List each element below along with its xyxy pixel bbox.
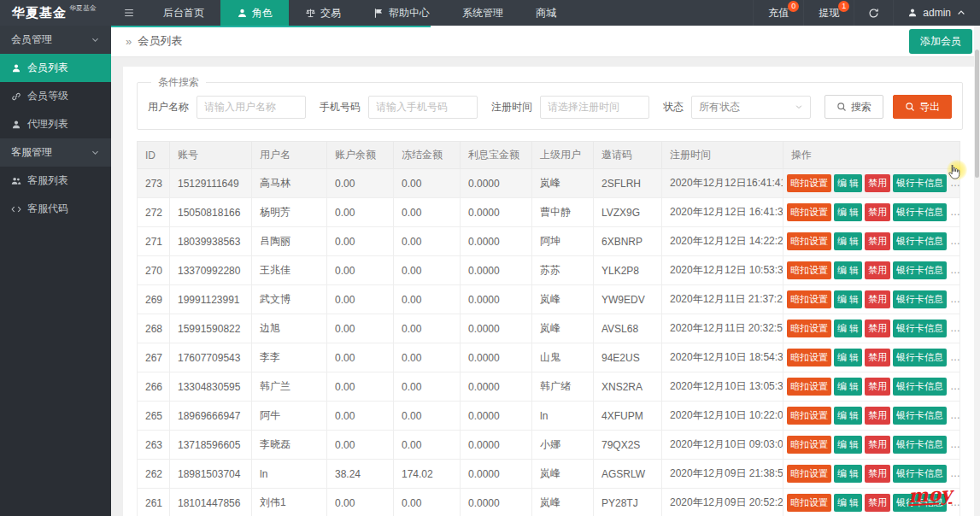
add-member-button[interactable]: 添加会员	[909, 29, 972, 54]
search-button[interactable]: 搜索	[824, 95, 883, 119]
top-nav-system-management[interactable]: 系统管理	[446, 0, 519, 26]
export-button-label: 导出	[919, 100, 940, 114]
disable-button[interactable]: 禁用	[865, 378, 890, 396]
bank-card-button[interactable]: 银行卡信息	[893, 320, 947, 337]
search-field-reg-time: 注册时间	[491, 96, 649, 119]
hidden-deduct-button[interactable]: 暗扣设置	[787, 465, 831, 483]
disable-button[interactable]: 禁用	[865, 436, 890, 454]
bank-card-button[interactable]: 银行卡信息	[893, 261, 947, 279]
bank-card-button[interactable]: 银行卡信息	[893, 174, 947, 192]
bank-card-button[interactable]: 银行卡信息	[893, 436, 947, 454]
cell-balance: 0.00	[327, 198, 394, 227]
bank-card-button[interactable]: 银行卡信息	[893, 465, 947, 483]
disable-button[interactable]: 禁用	[865, 407, 890, 425]
cell-lixibao: 0.0000	[461, 372, 532, 402]
disable-button[interactable]: 禁用	[865, 320, 890, 337]
disable-button[interactable]: 禁用	[865, 290, 890, 308]
more-actions-button[interactable]: …	[950, 467, 959, 479]
hidden-deduct-button[interactable]: 暗扣设置	[787, 232, 831, 250]
edit-button[interactable]: 编 辑	[834, 174, 862, 192]
more-actions-button[interactable]: …	[950, 351, 959, 363]
edit-button[interactable]: 编 辑	[834, 290, 862, 308]
bank-card-button[interactable]: 银行卡信息	[893, 349, 947, 366]
hidden-deduct-button[interactable]: 暗扣设置	[787, 494, 831, 512]
bank-card-button[interactable]: 银行卡信息	[893, 203, 947, 221]
username-input[interactable]	[197, 96, 306, 119]
sidebar-group-service-management[interactable]: 客服管理	[0, 138, 111, 167]
top-nav-role[interactable]: 角色	[220, 0, 289, 26]
top-nav-help-center[interactable]: 帮助中心	[357, 0, 446, 26]
cell-actions: 暗扣设置编 辑禁用银行卡信息…	[783, 227, 960, 256]
vertical-scrollbar[interactable]	[974, 26, 980, 516]
hidden-deduct-button[interactable]: 暗扣设置	[787, 290, 831, 308]
more-actions-button[interactable]: …	[950, 438, 959, 450]
edit-button[interactable]: 编 辑	[834, 349, 862, 366]
hamburger-menu-icon[interactable]	[111, 0, 147, 26]
more-actions-button[interactable]: …	[950, 322, 959, 334]
cell-id: 273	[138, 169, 170, 198]
more-actions-button[interactable]: …	[950, 409, 959, 421]
more-actions-button[interactable]: …	[950, 293, 959, 305]
disable-button[interactable]: 禁用	[865, 349, 890, 366]
user-menu[interactable]: admin	[893, 0, 980, 26]
cell-actions: 暗扣设置编 辑禁用银行卡信息…	[783, 169, 960, 198]
top-nav-mall[interactable]: 商城	[519, 0, 572, 26]
sidebar-item-member-list[interactable]: 会员列表	[0, 54, 111, 82]
cell-parent: 山鬼	[532, 343, 594, 372]
more-actions-button[interactable]: …	[950, 264, 959, 276]
more-actions-button[interactable]: …	[950, 235, 959, 247]
export-button[interactable]: 导出	[893, 95, 952, 119]
hidden-deduct-button[interactable]: 暗扣设置	[787, 320, 831, 337]
recharge-button[interactable]: 充值0	[753, 0, 803, 26]
user-icon	[907, 8, 918, 18]
sidebar-item-service-list[interactable]: 客服列表	[0, 167, 111, 195]
edit-button[interactable]: 编 辑	[834, 261, 862, 279]
edit-button[interactable]: 编 辑	[834, 320, 862, 337]
phone-input[interactable]	[368, 96, 478, 119]
disable-button[interactable]: 禁用	[865, 232, 890, 250]
reg-time-input[interactable]	[540, 96, 649, 119]
hidden-deduct-button[interactable]: 暗扣设置	[787, 203, 831, 221]
edit-button[interactable]: 编 辑	[834, 465, 862, 483]
edit-button[interactable]: 编 辑	[834, 203, 862, 221]
hidden-deduct-button[interactable]: 暗扣设置	[787, 378, 831, 396]
edit-button[interactable]: 编 辑	[834, 494, 862, 512]
bank-card-button[interactable]: 银行卡信息	[893, 407, 947, 425]
cell-account: 15050818166	[170, 198, 252, 227]
disable-button[interactable]: 禁用	[865, 261, 890, 279]
cell-balance: 0.00	[327, 489, 394, 516]
top-nav-home[interactable]: 后台首页	[147, 0, 220, 26]
sidebar-item-agent-list[interactable]: 代理列表	[0, 110, 111, 138]
sidebar-item-member-level[interactable]: 会员等级	[0, 82, 111, 110]
table-row: 26919991123991武文博0.000.000.0000岚峰YW9EDV2…	[138, 285, 960, 314]
cell-lixibao: 0.0000	[461, 169, 532, 198]
edit-button[interactable]: 编 辑	[834, 378, 862, 396]
bank-card-button[interactable]: 银行卡信息	[893, 290, 947, 308]
hidden-deduct-button[interactable]: 暗扣设置	[787, 349, 831, 366]
sidebar-group-member-management[interactable]: 会员管理	[0, 26, 111, 54]
hidden-deduct-button[interactable]: 暗扣设置	[787, 174, 831, 192]
bank-card-button[interactable]: 银行卡信息	[893, 232, 947, 250]
edit-button[interactable]: 编 辑	[834, 232, 862, 250]
hidden-deduct-button[interactable]: 暗扣设置	[787, 407, 831, 425]
scrollbar-thumb[interactable]	[975, 50, 979, 178]
top-nav-trade[interactable]: 交易	[289, 0, 357, 26]
status-select[interactable]: 所有状态	[691, 96, 811, 119]
disable-button[interactable]: 禁用	[865, 203, 890, 221]
breadcrumb: » 会员列表	[126, 33, 182, 49]
more-actions-button[interactable]: …	[950, 206, 959, 218]
refresh-button[interactable]	[854, 0, 893, 26]
bank-card-button[interactable]: 银行卡信息	[893, 378, 947, 396]
sidebar-item-service-code[interactable]: 客服代码	[0, 195, 111, 223]
edit-button[interactable]: 编 辑	[834, 407, 862, 425]
disable-button[interactable]: 禁用	[865, 174, 890, 192]
hidden-deduct-button[interactable]: 暗扣设置	[787, 436, 831, 454]
edit-button[interactable]: 编 辑	[834, 436, 862, 454]
more-actions-button[interactable]: …	[950, 177, 959, 189]
disable-button[interactable]: 禁用	[865, 494, 890, 512]
disable-button[interactable]: 禁用	[865, 465, 890, 483]
hidden-deduct-button[interactable]: 暗扣设置	[787, 261, 831, 279]
withdraw-button[interactable]: 提现1	[803, 0, 854, 26]
cell-username: 李李	[252, 343, 327, 372]
more-actions-button[interactable]: …	[950, 380, 959, 392]
